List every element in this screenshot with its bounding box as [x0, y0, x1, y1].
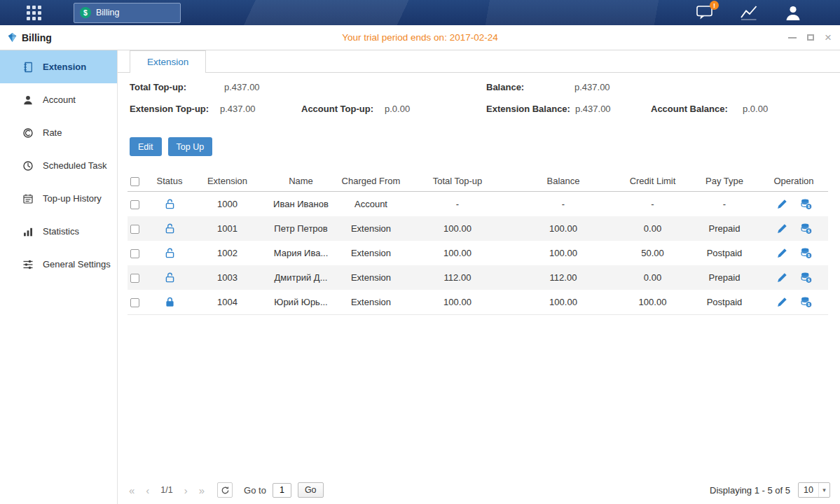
- close-button[interactable]: ×: [825, 31, 832, 43]
- name-cell: Юрий Юрь...: [264, 297, 338, 307]
- balance-cell: 100.00: [511, 297, 616, 307]
- sidebar-item-rate[interactable]: Rate: [0, 116, 117, 149]
- sidebar-item-label: Scheduled Task: [43, 160, 107, 171]
- sidebar-item-label: General Settings: [43, 259, 111, 270]
- window-titlebar: Billing Your trial period ends on: 2017-…: [0, 25, 840, 50]
- topup-coins-icon[interactable]: $: [800, 272, 812, 284]
- monitor-chart-icon[interactable]: [740, 4, 758, 21]
- charged-from-cell: Extension: [338, 248, 404, 258]
- name-cell: Петр Петров: [264, 223, 338, 234]
- credit-limit-cell: -: [616, 199, 689, 209]
- edit-pencil-icon[interactable]: [776, 198, 788, 210]
- account-topup-value: p.0.00: [385, 104, 410, 114]
- total-topup-cell: 100.00: [404, 248, 511, 258]
- row-checkbox[interactable]: [130, 200, 139, 209]
- table-row-1002: 1002Мария Ива...Extension100.00100.0050.…: [128, 241, 828, 265]
- sidebar-item-label: Statistics: [43, 226, 79, 237]
- edit-pencil-icon[interactable]: [776, 272, 788, 284]
- displaying-text: Displaying 1 - 5 of 5: [710, 485, 790, 496]
- credit-limit-cell: 100.00: [616, 297, 689, 307]
- total-topup-cell: -: [404, 199, 511, 209]
- messages-icon[interactable]: !: [696, 4, 714, 21]
- row-checkbox[interactable]: [130, 225, 139, 234]
- account-balance-label: Account Balance:: [651, 104, 728, 114]
- summary-panel: Total Top-up: p.437.00 Balance: p.437.00…: [118, 73, 840, 123]
- page-size-select[interactable]: 10 ▾: [798, 482, 830, 498]
- total-topup-cell: 100.00: [404, 297, 511, 307]
- total-topup-cell: 112.00: [404, 272, 511, 283]
- row-checkbox[interactable]: [130, 249, 139, 258]
- row-checkbox[interactable]: [130, 298, 139, 307]
- edit-pencil-icon[interactable]: [776, 223, 788, 234]
- tab-extension[interactable]: Extension: [130, 50, 206, 73]
- column-header-name: Name: [264, 176, 338, 186]
- pagination-bar: « ‹ 1/1 › » Go to Go Displaying 1 - 5 of…: [129, 482, 830, 498]
- top-up-button[interactable]: Top Up: [168, 137, 213, 156]
- name-cell: Дмитрий Д...: [264, 272, 338, 283]
- topup-coins-icon[interactable]: $: [800, 296, 812, 308]
- extension-cell: 1003: [191, 272, 264, 283]
- select-all-checkbox[interactable]: [130, 177, 139, 186]
- rate-icon: [22, 127, 34, 139]
- balance-cell: 100.00: [511, 223, 616, 234]
- first-page-button[interactable]: «: [129, 484, 135, 496]
- row-checkbox[interactable]: [130, 274, 139, 283]
- clock-icon: [22, 160, 34, 172]
- sidebar: ExtensionAccountRateScheduled TaskTop-up…: [0, 50, 118, 504]
- extension-balance-label: Extension Balance:: [486, 104, 570, 114]
- billing-taskbar-tab[interactable]: $ Billing: [74, 3, 181, 23]
- sidebar-item-statistics[interactable]: Statistics: [0, 215, 117, 248]
- edit-pencil-icon[interactable]: [776, 296, 788, 308]
- sidebar-item-label: Rate: [43, 127, 62, 138]
- chevron-down-icon: ▾: [818, 483, 829, 497]
- total-topup-value: p.437.00: [224, 82, 260, 92]
- apps-grid-icon[interactable]: [27, 6, 41, 20]
- edit-button[interactable]: Edit: [130, 137, 162, 156]
- sidebar-item-scheduled-task[interactable]: Scheduled Task: [0, 149, 117, 182]
- sidebar-item-label: Extension: [43, 62, 86, 72]
- prev-page-button[interactable]: ‹: [146, 484, 149, 496]
- sidebar-item-account[interactable]: Account: [0, 83, 117, 116]
- alert-badge: !: [710, 1, 719, 10]
- balance-value: p.437.00: [574, 82, 610, 92]
- pay-type-cell: Prepaid: [689, 272, 759, 283]
- sidebar-item-extension[interactable]: Extension: [0, 50, 117, 83]
- total-topup-label: Total Top-up:: [130, 82, 186, 92]
- dollar-coin-icon: $: [80, 7, 91, 18]
- charged-from-cell: Extension: [338, 223, 404, 234]
- table-header-row: StatusExtensionNameCharged FromTotal Top…: [128, 171, 828, 192]
- column-header-balance: Balance: [511, 176, 616, 186]
- calendar-icon: [22, 193, 34, 204]
- edit-pencil-icon[interactable]: [776, 247, 788, 259]
- refresh-button[interactable]: [217, 482, 233, 498]
- app-title-text: Billing: [22, 32, 52, 43]
- topup-coins-icon[interactable]: $: [800, 247, 812, 259]
- sidebar-item-general-settings[interactable]: General Settings: [0, 248, 117, 281]
- pay-type-cell: Postpaid: [689, 248, 759, 258]
- extension-cell: 1001: [191, 223, 264, 234]
- go-button[interactable]: Go: [298, 482, 324, 498]
- extension-topup-label: Extension Top-up:: [130, 104, 209, 114]
- goto-label: Go to: [244, 485, 266, 496]
- maximize-button[interactable]: [807, 34, 814, 41]
- last-page-button[interactable]: »: [199, 484, 205, 496]
- app-title: Billing: [7, 32, 52, 43]
- user-account-icon[interactable]: [784, 4, 802, 21]
- topup-coins-icon[interactable]: $: [800, 198, 812, 210]
- topup-coins-icon[interactable]: $: [800, 223, 812, 234]
- balance-cell: 112.00: [511, 272, 616, 283]
- extension-table: StatusExtensionNameCharged FromTotal Top…: [128, 171, 828, 315]
- page-size-value: 10: [799, 485, 818, 495]
- account-topup-label: Account Top-up:: [301, 104, 373, 114]
- column-header-status: Status: [149, 176, 191, 186]
- total-topup-cell: 100.00: [404, 223, 511, 234]
- sidebar-item-label: Account: [43, 94, 76, 105]
- sidebar-item-top-up-history[interactable]: Top-up History: [0, 182, 117, 215]
- goto-page-input[interactable]: [273, 483, 291, 498]
- charged-from-cell: Extension: [338, 272, 404, 283]
- minimize-button[interactable]: [788, 37, 797, 38]
- next-page-button[interactable]: ›: [184, 484, 188, 496]
- desktop-topbar: $ Billing !: [0, 0, 840, 25]
- lock-open-icon: [164, 272, 176, 284]
- extension-topup-value: p.437.00: [220, 104, 256, 114]
